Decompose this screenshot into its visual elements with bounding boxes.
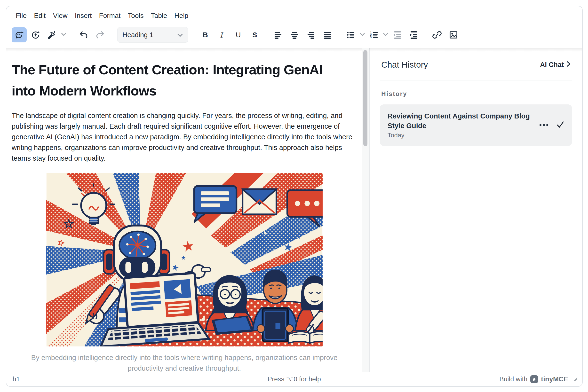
- indent-icon: [409, 30, 419, 40]
- history-item-text: Reviewing Content Against Company Blog S…: [388, 111, 531, 139]
- bold-button[interactable]: B: [198, 28, 213, 42]
- branding[interactable]: Build with tinyMCE: [499, 375, 578, 383]
- strikethrough-button[interactable]: S: [247, 28, 262, 42]
- chevron-down-icon: [360, 33, 365, 37]
- indent-button[interactable]: [406, 28, 421, 42]
- justify-button[interactable]: [320, 28, 335, 42]
- undo-button[interactable]: [76, 28, 91, 42]
- ai-chat-button[interactable]: [12, 28, 27, 42]
- history-item-timestamp: Today: [388, 132, 531, 139]
- history-item-menu-button[interactable]: [538, 123, 549, 128]
- format-select[interactable]: Heading 1: [117, 27, 188, 43]
- bold-glyph: B: [203, 31, 208, 38]
- bullet-list-icon: [346, 30, 356, 40]
- help-shortcut-text: Press ⌥0 for help: [268, 375, 321, 383]
- history-item[interactable]: Reviewing Content Against Company Blog S…: [380, 104, 572, 146]
- ellipsis-icon: [538, 123, 549, 128]
- ai-chat-icon: [14, 30, 24, 40]
- sidebar-title: Chat History: [381, 60, 428, 70]
- italic-button[interactable]: I: [214, 28, 229, 42]
- bullet-list-button[interactable]: [343, 28, 358, 42]
- align-center-button[interactable]: [287, 28, 302, 42]
- redo-button[interactable]: [93, 28, 108, 42]
- branding-name: tinyMCE: [541, 375, 568, 383]
- resize-handle-icon[interactable]: [573, 377, 578, 381]
- image-icon: [448, 30, 459, 40]
- history-item-select-button[interactable]: [556, 122, 564, 129]
- numbered-list-dropdown[interactable]: [381, 28, 390, 42]
- menu-format[interactable]: Format: [96, 10, 124, 21]
- underline-glyph: U: [236, 32, 241, 38]
- chevron-down-icon: [177, 31, 183, 39]
- outdent-button[interactable]: [390, 28, 405, 42]
- undo-icon: [79, 30, 89, 40]
- envelope-icon-art: [242, 189, 276, 214]
- numbered-list-button[interactable]: 123: [366, 28, 381, 42]
- insert-image-button[interactable]: [446, 28, 461, 42]
- chevron-right-icon: [567, 61, 570, 68]
- branding-prefix: Build with: [499, 376, 527, 383]
- element-path[interactable]: h1: [13, 376, 20, 383]
- image-caption[interactable]: By embedding intelligence directly into …: [27, 352, 342, 372]
- chat-history-sidebar: Chat History AI Chat History Reviewing C…: [370, 48, 582, 372]
- menu-tools[interactable]: Tools: [124, 10, 147, 21]
- underline-button[interactable]: U: [231, 28, 246, 42]
- status-bar: h1 Press ⌥0 for help Build with tinyMCE: [6, 372, 582, 386]
- menu-insert[interactable]: Insert: [71, 10, 96, 21]
- align-right-button[interactable]: [303, 28, 318, 42]
- document-heading[interactable]: The Future of Content Creation: Integrat…: [12, 59, 346, 102]
- toolbar: Heading 1 B I U S: [6, 23, 582, 48]
- align-center-icon: [289, 30, 300, 40]
- justify-icon: [322, 30, 333, 40]
- chevron-down-icon: [61, 33, 67, 37]
- numbered-list-icon: 123: [369, 30, 379, 40]
- ai-review-icon: [31, 30, 41, 40]
- align-left-button[interactable]: [270, 28, 286, 42]
- tinymce-logo-icon: [530, 375, 538, 383]
- menu-edit[interactable]: Edit: [30, 10, 49, 21]
- editor-window: File Edit View Insert Format Tools Table…: [6, 6, 583, 387]
- history-section-label: History: [381, 90, 570, 98]
- menu-bar: File Edit View Insert Format Tools Table…: [6, 6, 582, 23]
- align-left-icon: [273, 30, 283, 40]
- redo-icon: [95, 30, 105, 40]
- magic-wand-icon: [47, 30, 57, 40]
- link-button[interactable]: [429, 28, 444, 42]
- sidebar-header: Chat History AI Chat: [380, 48, 572, 80]
- ai-chat-link[interactable]: AI Chat: [540, 61, 570, 68]
- document-paragraph[interactable]: The landscape of digital content creatio…: [12, 110, 357, 164]
- link-icon: [432, 30, 442, 40]
- italic-glyph: I: [221, 31, 223, 39]
- editor-scrollbar[interactable]: [362, 48, 369, 372]
- chevron-down-icon: [383, 33, 388, 37]
- menu-view[interactable]: View: [49, 10, 71, 21]
- menu-file[interactable]: File: [12, 10, 30, 21]
- scrollbar-thumb[interactable]: [363, 50, 367, 146]
- ai-shortcuts-dropdown[interactable]: [60, 28, 68, 42]
- check-icon: [556, 122, 564, 129]
- menu-help[interactable]: Help: [171, 10, 192, 21]
- format-select-value: Heading 1: [122, 31, 153, 39]
- svg-text:3: 3: [370, 36, 372, 39]
- editor-area[interactable]: The Future of Content Creation: Integrat…: [6, 48, 369, 372]
- ai-shortcuts-button[interactable]: [45, 28, 60, 42]
- strikethrough-glyph: S: [252, 32, 257, 38]
- history-item-title: Reviewing Content Against Company Blog S…: [388, 111, 531, 130]
- outdent-icon: [392, 30, 402, 40]
- menu-table[interactable]: Table: [147, 10, 171, 21]
- ai-review-button[interactable]: [28, 28, 43, 42]
- ai-chat-link-label: AI Chat: [540, 61, 564, 68]
- bullet-list-dropdown[interactable]: [358, 28, 366, 42]
- align-right-icon: [306, 30, 316, 40]
- document-illustration[interactable]: [46, 173, 323, 346]
